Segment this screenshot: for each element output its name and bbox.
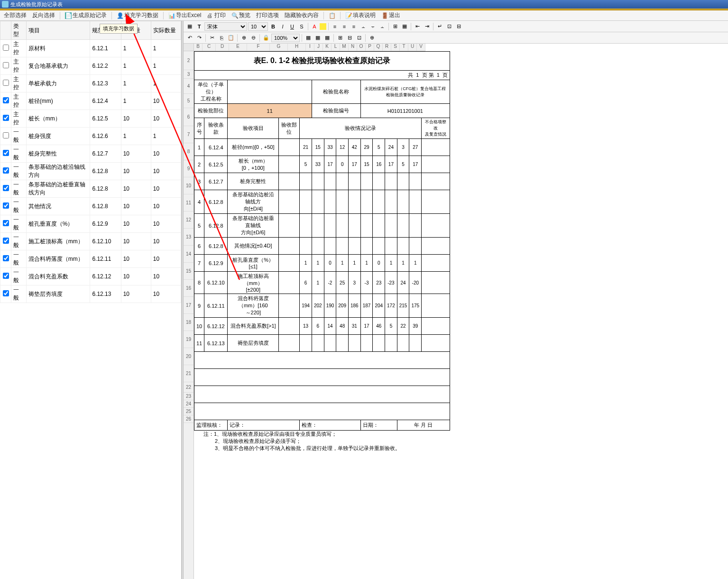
col-header-Q[interactable]: Q bbox=[374, 44, 383, 51]
col-header-H[interactable]: H bbox=[288, 44, 306, 51]
sheet-body[interactable]: 表E. 0. 1-2 检验批现场验收检查原始记录 共 1 页 第 1 页 单位（… bbox=[194, 51, 728, 579]
print-options-button[interactable]: 打印选项 bbox=[254, 11, 281, 20]
misc4-icon[interactable]: ⊕ bbox=[368, 34, 376, 42]
table-row[interactable]: 一般 桩身完整性 6.12.7 10 10 bbox=[0, 145, 181, 163]
row-header-13[interactable]: 13 bbox=[184, 229, 194, 246]
table-row[interactable]: 一般 混合料充盈系数 6.12.12 10 10 bbox=[0, 268, 181, 285]
bgcolor-button[interactable] bbox=[320, 23, 326, 30]
row-header-25[interactable]: 25 bbox=[184, 408, 194, 415]
indent-dec-button[interactable]: ⇤ bbox=[413, 22, 422, 31]
fill-desc-button[interactable]: 📝填表说明 bbox=[343, 11, 378, 20]
row-checkbox[interactable] bbox=[3, 220, 9, 226]
reverse-select-button[interactable]: 反向选择 bbox=[30, 11, 57, 20]
table-row[interactable]: 一般 施工桩顶标高（mm） 6.12.10 10 10 bbox=[0, 233, 181, 250]
row-header-19[interactable]: 19 bbox=[184, 331, 194, 348]
row-header-12[interactable]: 12 bbox=[184, 211, 194, 229]
row-checkbox[interactable] bbox=[3, 80, 9, 86]
table-row[interactable]: 主控 原材料 6.12.1 1 1 bbox=[0, 40, 181, 57]
bold-button[interactable]: B bbox=[269, 22, 277, 31]
fontcolor-button[interactable]: A bbox=[310, 22, 319, 31]
col-header-C[interactable]: C bbox=[203, 44, 216, 51]
col-header-T[interactable]: T bbox=[400, 44, 408, 51]
toggle-icon[interactable]: ▦ bbox=[185, 22, 194, 31]
preview-button[interactable]: 🔍预览 bbox=[230, 11, 252, 20]
row-header-2[interactable]: 2 bbox=[184, 51, 194, 70]
row-checkbox[interactable] bbox=[3, 290, 9, 296]
undo-icon[interactable]: ↶ bbox=[185, 34, 194, 42]
row-checkbox[interactable] bbox=[3, 255, 9, 261]
copy-icon[interactable]: ⎘ bbox=[217, 34, 226, 42]
row-checkbox[interactable] bbox=[3, 132, 9, 138]
insert-row-icon[interactable]: ⊕ bbox=[240, 34, 248, 42]
table-row[interactable]: 一般 桩孔垂直度（%） 6.12.9 10 10 bbox=[0, 215, 181, 233]
row-header-16[interactable]: 16 bbox=[184, 280, 194, 297]
col-header-L[interactable]: L bbox=[332, 44, 340, 51]
row-checkbox[interactable] bbox=[3, 167, 9, 174]
misc3-icon[interactable]: ⊡ bbox=[355, 34, 363, 42]
row-header-14[interactable]: 14 bbox=[184, 246, 194, 263]
row-header-8[interactable]: 8 bbox=[184, 143, 194, 160]
print-button[interactable]: 🖨打印 bbox=[205, 11, 228, 20]
font-bold-t[interactable]: T bbox=[195, 22, 203, 31]
table-row[interactable]: 一般 褥垫层夯填度 6.12.13 10 10 bbox=[0, 285, 181, 303]
ruler-corner[interactable] bbox=[184, 44, 194, 51]
italic-button[interactable]: I bbox=[278, 22, 287, 31]
align-center-button[interactable]: ≡ bbox=[340, 22, 349, 31]
row-checkbox[interactable] bbox=[3, 185, 9, 191]
col-header-V[interactable]: V bbox=[417, 44, 425, 51]
col-header-I[interactable]: I bbox=[306, 44, 314, 51]
wrap-button[interactable]: ↵ bbox=[435, 22, 444, 31]
row-header-22[interactable]: 22 bbox=[184, 382, 194, 393]
align-left-button[interactable]: ≡ bbox=[331, 22, 339, 31]
table-row[interactable]: 主控 复合地基承载力 6.12.2 1 1 bbox=[0, 57, 181, 75]
cut-icon[interactable]: ✂ bbox=[208, 34, 216, 42]
extra-2-button[interactable]: ⊟ bbox=[454, 22, 463, 31]
extra-1-button[interactable]: ⊡ bbox=[445, 22, 453, 31]
select-all-button[interactable]: 全部选择 bbox=[2, 11, 28, 20]
col-header-M[interactable]: M bbox=[340, 44, 349, 51]
exit-button[interactable]: 🚪退出 bbox=[379, 11, 402, 20]
row-header-6[interactable]: 6 bbox=[184, 108, 194, 126]
row-header-17[interactable]: 17 bbox=[184, 297, 194, 314]
merge-button[interactable]: ⊞ bbox=[391, 22, 399, 31]
row-header-20[interactable]: 20 bbox=[184, 348, 194, 365]
row-checkbox[interactable] bbox=[3, 238, 9, 244]
font-select[interactable]: 宋体 bbox=[204, 22, 247, 31]
col-header-O[interactable]: O bbox=[357, 44, 366, 51]
col-header-E[interactable]: E bbox=[229, 44, 247, 51]
table-row[interactable]: 一般 其他情况 6.12.8 10 10 bbox=[0, 198, 181, 215]
doc-icon-button[interactable]: 📋 bbox=[327, 12, 337, 19]
col-header-S[interactable]: S bbox=[391, 44, 400, 51]
misc2-icon[interactable]: ⊟ bbox=[345, 34, 354, 42]
column-ruler[interactable]: BCDEFGHIJKLMNOPQRSTUV bbox=[194, 44, 425, 51]
row-header-4[interactable]: 4 bbox=[184, 79, 194, 94]
col-header-J[interactable]: J bbox=[314, 44, 323, 51]
row-checkbox[interactable] bbox=[3, 62, 9, 68]
table-row[interactable]: 主控 桩长（mm） 6.12.5 10 10 bbox=[0, 110, 181, 128]
row-checkbox[interactable] bbox=[3, 150, 9, 156]
valign-top-button[interactable]: ⫠ bbox=[359, 22, 368, 31]
col-header-P[interactable]: P bbox=[366, 44, 374, 51]
table-row[interactable]: 一般 桩身强度 6.12.6 1 1 bbox=[0, 128, 181, 145]
grid3-icon[interactable]: ▦ bbox=[323, 34, 332, 42]
row-header-26[interactable]: 26 bbox=[184, 415, 194, 423]
col-header-B[interactable]: B bbox=[194, 44, 203, 51]
row-header-18[interactable]: 18 bbox=[184, 314, 194, 331]
col-header-F[interactable]: F bbox=[247, 44, 270, 51]
col-header-R[interactable]: R bbox=[383, 44, 391, 51]
lock-icon[interactable]: 🔒 bbox=[262, 34, 270, 42]
row-checkbox[interactable] bbox=[3, 202, 9, 209]
export-excel-button[interactable]: 📊导出Excel bbox=[166, 11, 203, 20]
table-row[interactable]: 主控 桩径(mm) 6.12.4 1 10 bbox=[0, 92, 181, 110]
row-header-5[interactable]: 5 bbox=[184, 94, 194, 108]
row-header-21[interactable]: 21 bbox=[184, 365, 194, 382]
col-header-G[interactable]: G bbox=[270, 44, 288, 51]
table-row[interactable]: 一般 混合料坍落度（mm） 6.12.11 10 10 bbox=[0, 250, 181, 268]
border-button[interactable]: ▦ bbox=[400, 22, 409, 31]
row-header-11[interactable]: 11 bbox=[184, 194, 194, 211]
misc1-icon[interactable]: ⊞ bbox=[336, 34, 344, 42]
row-checkbox[interactable] bbox=[3, 115, 9, 121]
paste-icon[interactable]: 📋 bbox=[227, 34, 235, 42]
grid1-icon[interactable]: ▦ bbox=[304, 34, 313, 42]
col-header-D[interactable]: D bbox=[216, 44, 229, 51]
